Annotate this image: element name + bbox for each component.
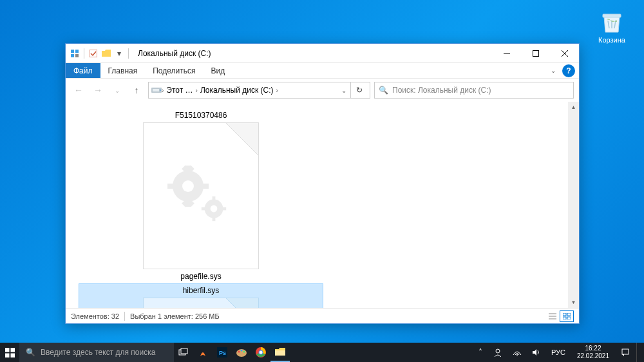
svg-rect-3 (71, 54, 74, 57)
window-title: Локальный диск (C:) (134, 49, 492, 58)
svg-rect-53 (10, 348, 15, 352)
show-desktop-button[interactable] (636, 343, 640, 362)
refresh-button[interactable]: ↻ (350, 82, 367, 98)
taskbar-clock[interactable]: 16:22 22.02.2021 (572, 345, 614, 360)
ribbon-tab-file[interactable]: Файл (66, 63, 100, 78)
taskbar-app[interactable] (232, 343, 251, 362)
svg-rect-18 (202, 184, 209, 189)
maximize-button[interactable] (521, 44, 550, 62)
svg-rect-48 (563, 313, 566, 316)
address-bar[interactable]: › Этот … › Локальный диск (C:) › ⌄ ↻ (148, 82, 370, 99)
task-view-button[interactable] (174, 343, 193, 362)
svg-point-66 (260, 351, 263, 354)
ribbon-collapse-button[interactable]: ⌄ (545, 63, 561, 78)
titlebar[interactable]: ▾ Локальный диск (C:) (66, 44, 579, 63)
svg-rect-0 (603, 14, 621, 17)
svg-rect-51 (567, 317, 571, 319)
svg-rect-52 (5, 348, 10, 352)
folder-icon (275, 347, 285, 356)
svg-point-68 (496, 349, 500, 353)
close-button[interactable] (550, 44, 579, 62)
scroll-up-button[interactable]: ▲ (568, 102, 579, 113)
svg-rect-7 (533, 50, 538, 56)
minimize-button[interactable] (492, 44, 521, 62)
app-icon (198, 347, 208, 357)
address-dropdown-button[interactable]: ⌄ (337, 87, 350, 94)
taskbar-app-photoshop[interactable]: Ps (213, 343, 232, 362)
svg-rect-27 (202, 207, 205, 211)
tray-people-icon[interactable] (489, 343, 506, 362)
chrome-icon (256, 347, 266, 357)
taskbar-app-explorer[interactable] (270, 343, 290, 362)
svg-rect-54 (5, 353, 10, 357)
start-button[interactable] (0, 343, 19, 362)
taskbar-search[interactable]: 🔍 Введите здесь текст для поиска (19, 343, 174, 362)
taskbar-search-placeholder: Введите здесь текст для поиска (41, 348, 155, 357)
file-thumbnail (143, 122, 259, 269)
status-item-count: Элементов: 32 (71, 312, 119, 320)
search-icon: 🔍 (379, 86, 388, 95)
nav-forward-button[interactable]: → (90, 82, 106, 98)
taskbar-app-chrome[interactable] (251, 343, 270, 362)
search-placeholder: Поиск: Локальный диск (C:) (392, 86, 491, 95)
nav-up-button[interactable]: ↑ (129, 82, 144, 98)
content-area: F51510370486 pagefile.sys hiberfil.sys (66, 102, 579, 308)
qat-dropdown-icon[interactable]: ▾ (114, 48, 124, 59)
svg-rect-28 (222, 207, 226, 211)
drive-icon (151, 86, 162, 95)
view-large-icons-button[interactable] (560, 310, 574, 322)
tray-notifications-icon[interactable] (617, 343, 634, 362)
svg-rect-17 (167, 184, 174, 189)
qat-properties-icon[interactable] (70, 48, 80, 59)
svg-rect-25 (213, 196, 216, 200)
help-button[interactable]: ? (562, 64, 575, 77)
ribbon-tab-share[interactable]: Поделиться (145, 63, 203, 78)
status-selection: Выбран 1 элемент: 256 МБ (130, 312, 220, 320)
clock-date: 22.02.2021 (577, 352, 609, 360)
svg-point-69 (516, 354, 518, 356)
file-label: pagefile.sys (180, 272, 221, 281)
tray-network-icon[interactable] (509, 343, 526, 362)
address-bar-row: ← → ⌄ ↑ › Этот … › Локальный диск (C:) ›… (66, 79, 579, 102)
palette-icon (236, 348, 247, 357)
ribbon-tab-view[interactable]: Вид (203, 63, 232, 78)
tray-volume-icon[interactable] (528, 343, 545, 362)
svg-rect-50 (563, 317, 566, 319)
svg-point-63 (243, 351, 245, 353)
file-label: F51510370486 (175, 111, 227, 120)
search-input[interactable]: 🔍 Поиск: Локальный диск (C:) (374, 82, 574, 99)
task-view-icon (178, 348, 189, 357)
clock-time: 16:22 (577, 345, 609, 352)
nav-back-button[interactable]: ← (71, 82, 86, 98)
breadcrumb-seg-1[interactable]: Этот … (164, 86, 195, 95)
svg-rect-2 (75, 50, 79, 53)
svg-rect-57 (181, 348, 187, 354)
taskbar-app[interactable] (193, 343, 213, 362)
desktop-recycle-bin[interactable]: Корзина (591, 9, 632, 44)
chevron-right-icon[interactable]: › (276, 87, 278, 94)
file-item-selected[interactable]: hiberfil.sys swapfile.sys (79, 283, 323, 308)
qat-check-icon[interactable] (88, 48, 99, 59)
svg-rect-67 (275, 350, 285, 356)
svg-point-62 (241, 350, 243, 352)
windows-icon (5, 348, 15, 357)
gear-icon (166, 160, 236, 231)
ribbon-tab-home[interactable]: Главная (100, 63, 146, 78)
qat-folder-icon[interactable] (101, 48, 111, 59)
files-pane[interactable]: F51510370486 pagefile.sys hiberfil.sys (66, 102, 568, 308)
svg-rect-5 (90, 50, 97, 57)
file-item[interactable]: F51510370486 pagefile.sys (79, 108, 323, 283)
breadcrumb-seg-2[interactable]: Локальный диск (C:) (198, 86, 276, 95)
scroll-down-button[interactable]: ▼ (568, 297, 579, 308)
file-explorer-window: ▾ Локальный диск (C:) Файл Главная Подел… (65, 43, 580, 324)
svg-rect-55 (10, 353, 15, 357)
svg-rect-4 (75, 54, 79, 57)
tray-overflow-button[interactable]: ˄ (474, 343, 487, 362)
nav-recent-button[interactable]: ⌄ (109, 82, 125, 98)
scrollbar[interactable]: ▲ ▼ (568, 102, 579, 308)
view-details-button[interactable] (545, 310, 560, 322)
svg-point-12 (160, 90, 161, 91)
file-thumbnail (143, 298, 259, 308)
svg-point-61 (238, 351, 240, 353)
tray-language[interactable]: РУС (547, 343, 569, 362)
